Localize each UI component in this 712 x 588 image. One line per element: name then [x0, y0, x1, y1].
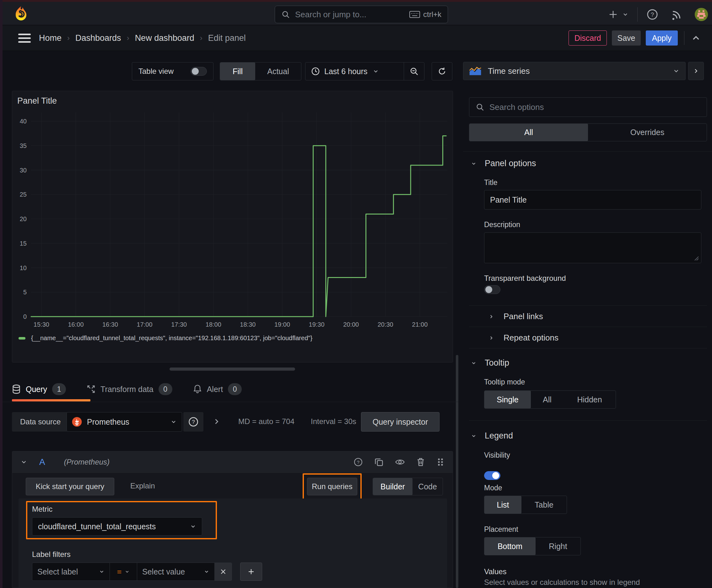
data-source-chevron-down-icon — [170, 419, 177, 425]
transparent-background-label: Transparent background — [484, 274, 566, 283]
tooltip-section-header[interactable]: Tooltip — [471, 358, 509, 368]
breadcrumb-edit-panel: Edit panel — [208, 33, 246, 43]
zoom-out-button[interactable] — [404, 63, 424, 80]
svg-text:18:30: 18:30 — [240, 321, 256, 328]
help-icon[interactable]: ? — [646, 8, 658, 20]
tooltip-hidden-option[interactable]: Hidden — [563, 391, 616, 408]
code-option[interactable]: Code — [412, 478, 443, 495]
metric-select[interactable]: cloudflared_tunnel_total_requests — [32, 517, 202, 536]
save-button[interactable]: Save — [612, 30, 641, 45]
query-options-md[interactable]: MD = auto = 704 — [238, 417, 295, 426]
drag-handle-grip-icon[interactable] — [436, 457, 445, 467]
collapse-pane-chevron-up-icon[interactable] — [691, 33, 701, 43]
svg-text:17:30: 17:30 — [171, 321, 187, 328]
global-search-input[interactable]: Search or jump to... ctrl+k — [275, 6, 448, 23]
panel-options-section-header[interactable]: Panel options — [471, 159, 536, 168]
tooltip-single-option[interactable]: Single — [484, 391, 531, 408]
select-label-dropdown[interactable]: Select label — [32, 563, 110, 581]
legend-list-option[interactable]: List — [484, 496, 521, 513]
grafana-logo-icon[interactable] — [13, 6, 29, 22]
time-series-viz-icon — [469, 66, 481, 76]
svg-text:0: 0 — [23, 313, 27, 320]
legend-values-label: Values — [484, 567, 507, 576]
run-queries-button[interactable]: Run queries — [307, 478, 357, 495]
query-help-icon[interactable]: ? — [353, 457, 363, 467]
kick-start-query-button[interactable]: Kick start your query — [26, 478, 114, 495]
data-source-picker[interactable]: Prometheus — [67, 412, 182, 432]
nav-divider — [637, 7, 638, 22]
pane-resize-handle[interactable] — [170, 368, 295, 371]
legend-table-option[interactable]: Table — [521, 496, 567, 513]
section-chevron-down-icon — [471, 433, 477, 439]
actual-option[interactable]: Actual — [255, 63, 301, 80]
collapse-query-chevron-down-icon[interactable] — [20, 459, 27, 465]
apply-button[interactable]: Apply — [646, 30, 678, 45]
overrides-tab[interactable]: Overrides — [588, 124, 707, 141]
refresh-button[interactable] — [432, 62, 452, 80]
duplicate-query-icon[interactable] — [374, 457, 384, 467]
table-view-toggle[interactable] — [191, 67, 207, 76]
tooltip-header-label: Tooltip — [485, 358, 509, 368]
tab-alert[interactable]: Alert 0 — [193, 383, 242, 395]
legend-right-option[interactable]: Right — [536, 538, 580, 555]
svg-text:16:30: 16:30 — [102, 321, 118, 328]
all-tab[interactable]: All — [469, 124, 588, 141]
tab-query[interactable]: Query 1 — [12, 383, 66, 395]
news-rss-icon[interactable] — [671, 8, 683, 20]
builder-code-segment: Builder Code — [373, 478, 443, 495]
svg-text:18:00: 18:00 — [206, 321, 221, 328]
tooltip-all-option[interactable]: All — [531, 391, 563, 408]
visualization-picker[interactable]: Time series — [463, 62, 686, 80]
tabs-bottom-border — [2, 402, 458, 402]
tab-transform[interactable]: Transform data 0 — [87, 383, 172, 395]
add-filter-button[interactable] — [240, 563, 262, 581]
discard-button[interactable]: Discard — [568, 30, 607, 45]
options-search-input[interactable]: Search options — [469, 97, 707, 117]
query-options-interval[interactable]: Interval = 30s — [311, 417, 356, 426]
fill-option[interactable]: Fill — [220, 63, 255, 80]
legend-placement-segment: Bottom Right — [484, 537, 581, 555]
time-range-picker[interactable]: Last 6 hours — [305, 63, 404, 80]
legend-bottom-option[interactable]: Bottom — [484, 538, 536, 555]
svg-text:15:30: 15:30 — [34, 321, 49, 328]
select-value-dropdown[interactable]: Select value — [137, 563, 215, 581]
builder-option[interactable]: Builder — [373, 478, 412, 495]
scrollbar-thumb[interactable] — [456, 355, 458, 588]
transparent-background-toggle[interactable] — [484, 285, 500, 294]
breadcrumb-dashboards[interactable]: Dashboards — [75, 33, 121, 43]
legend-section-header[interactable]: Legend — [471, 431, 513, 441]
repeat-options-label: Repeat options — [503, 333, 559, 343]
nav-actions: ? — [608, 6, 709, 23]
hide-query-eye-icon[interactable] — [395, 457, 405, 467]
mega-menu-toggle[interactable] — [18, 33, 31, 44]
query-inspector-button[interactable]: Query inspector — [361, 412, 439, 432]
chart-panel-title[interactable]: Panel Title — [12, 91, 453, 106]
svg-text:19:00: 19:00 — [274, 321, 290, 328]
query-options-chevron-right-icon[interactable] — [212, 417, 221, 426]
panel-title-input[interactable] — [484, 190, 701, 210]
close-icon — [220, 568, 226, 575]
add-chevron-down-icon[interactable] — [622, 11, 628, 18]
search-placeholder: Search or jump to... — [295, 10, 409, 19]
panel-description-textarea[interactable] — [484, 232, 701, 263]
toggle-viz-picker-button[interactable] — [688, 62, 704, 80]
repeat-options-section[interactable]: Repeat options — [489, 333, 559, 343]
add-icon[interactable] — [608, 10, 618, 19]
remove-filter-button[interactable] — [214, 563, 232, 581]
table-view-label: Table view — [138, 67, 174, 76]
title-field-label: Title — [484, 178, 498, 187]
query-row-header[interactable]: A (Prometheus) ? — [12, 451, 453, 473]
data-source-help-button[interactable]: ? — [184, 412, 203, 432]
legend-visibility-toggle[interactable] — [484, 471, 500, 480]
time-series-chart[interactable]: 051015202530354015:3016:0016:3017:0017:3… — [16, 110, 449, 331]
panel-links-section[interactable]: Panel links — [489, 312, 543, 321]
svg-text:?: ? — [651, 11, 654, 18]
delete-query-trash-icon[interactable] — [416, 457, 425, 467]
breadcrumb-home[interactable]: Home — [39, 33, 62, 43]
avatar[interactable] — [694, 7, 709, 22]
operator-dropdown[interactable]: = — [110, 563, 137, 581]
breadcrumb-new-dashboard[interactable]: New dashboard — [135, 33, 194, 43]
query-ref-id[interactable]: A — [39, 457, 45, 467]
resize-handle-icon[interactable] — [694, 256, 699, 261]
legend-series-label[interactable]: {__name__="cloudflared_tunnel_total_requ… — [31, 335, 312, 342]
